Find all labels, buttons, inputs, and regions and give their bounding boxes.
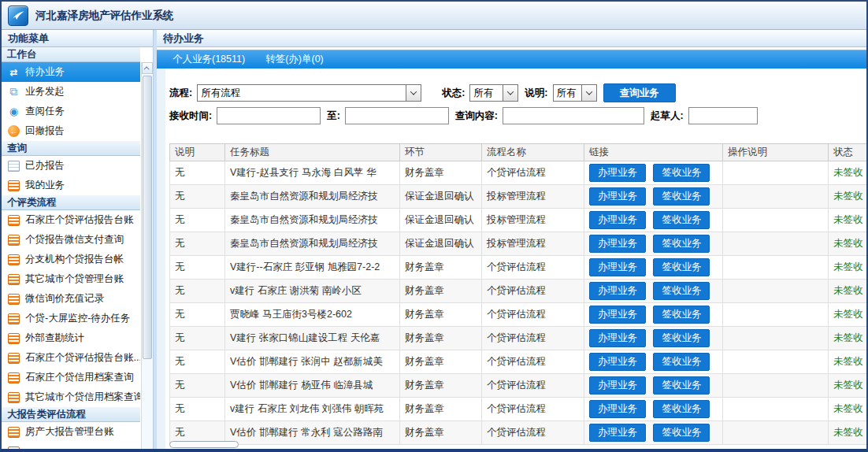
receive-time-input[interactable] [217,107,321,124]
ledger-icon [8,313,20,324]
ledger-icon [8,274,20,285]
sidebar-item[interactable]: 业务发起 [2,82,140,102]
sign-business-button[interactable]: 签收业务 [653,282,710,300]
table-row: 无 V建行--石家庄 彭亚钢 旭雅园7-2-2 财务盖章 个贷评估流程 办理业务… [170,256,867,280]
process-select[interactable]: 所有流程 [197,84,421,102]
chevron-down-icon[interactable] [503,85,517,101]
cell-task-title: V建行 张家口锦山建设工程 天伦嘉 [225,327,400,350]
sidebar-section-label: 工作台 [7,48,37,61]
sidebar-scrollbar[interactable] [141,62,153,449]
sidebar-item-label: 业务发起 [25,85,65,98]
process-label: 流程: [169,87,192,100]
scroll-up-button[interactable] [142,62,153,74]
cell-process-name: 个贷评估流程 [482,161,584,185]
undo-circle-icon [8,125,20,137]
table-row: 无 V估价 邯郸建行 常永利 寇公路路南 财务盖章 个贷评估流程 办理业务 签收… [170,421,867,445]
cell-links: 办理业务 签收业务 [584,185,723,209]
handle-business-button[interactable]: 办理业务 [589,164,646,182]
sidebar-item[interactable]: 待办业务 [2,62,140,82]
receive-time-to-input[interactable] [345,107,449,124]
query-business-button[interactable]: 查询业务 [603,83,676,102]
handle-business-button[interactable]: 办理业务 [589,424,646,442]
note-select[interactable]: 所有 [553,84,597,102]
sidebar-item[interactable]: 微信询价充值记录 [2,289,140,309]
col-step: 环节 [400,144,482,161]
cell-links: 办理业务 签收业务 [584,374,723,398]
sign-business-button[interactable]: 签收业务 [653,424,710,442]
cell-note: 无 [170,350,225,374]
cell-step: 财务盖章 [400,350,482,374]
handle-business-button[interactable]: 办理业务 [589,235,646,253]
sign-business-button[interactable]: 签收业务 [653,164,710,182]
sign-business-button[interactable]: 签收业务 [653,376,710,395]
report-page-icon [8,161,20,172]
sidebar-section-header: 个评类流程 [2,195,140,210]
sign-business-button[interactable]: 签收业务 [653,329,710,347]
sidebar-scrollbar-thumb[interactable] [143,76,152,359]
sidebar-item[interactable]: 个贷报告微信支付查询 [2,230,140,250]
handle-business-button[interactable]: 办理业务 [589,282,646,300]
handle-business-button[interactable]: 办理业务 [589,329,646,347]
sidebar-item[interactable]: 其它城市个贷管理台账 [2,269,140,289]
handle-business-button[interactable]: 办理业务 [589,400,646,418]
chevron-down-icon[interactable] [406,85,421,101]
sign-business-button[interactable]: 签收业务 [653,353,710,371]
sign-business-button[interactable]: 签收业务 [653,400,710,418]
sidebar-item-label: 分支机构个贷报告台帐 [25,253,124,266]
horizontal-scrollbar-thumb[interactable] [169,441,239,448]
cell-status: 未签收 [829,256,867,280]
sidebar-item-label: 房产大报告管理台账 [25,425,114,439]
col-op-note: 操作说明 [723,144,829,161]
handle-business-button[interactable]: 办理业务 [589,211,646,229]
sidebar-item[interactable]: 分支机构个贷报告台帐 [2,250,140,269]
sidebar-item[interactable]: 外部查勘统计 [2,328,140,348]
chevron-down-icon[interactable] [581,85,596,101]
sign-business-button[interactable]: 签收业务 [653,258,710,276]
cell-status: 未签收 [829,209,867,232]
drafter-input[interactable] [688,107,758,124]
query-content-input[interactable] [503,107,644,124]
cell-op-note [723,303,829,327]
cell-links: 办理业务 签收业务 [584,327,723,350]
sign-business-button[interactable]: 签收业务 [653,235,710,253]
sidebar-item[interactable]: 我的业务 [2,176,140,195]
sidebar-item-label: 石家庄个贷评估报告台账 [25,213,134,227]
col-process-name: 流程名称 [482,144,584,161]
handle-business-button[interactable]: 办理业务 [589,353,646,371]
sidebar-item[interactable] [2,442,140,449]
status-label: 状态: [442,87,465,100]
note-select-value: 所有 [554,87,581,100]
cell-process-name: 投标管理流程 [482,185,584,209]
col-note: 说明 [170,144,225,161]
sidebar-section-header: 工作台 [2,47,140,62]
handle-business-button[interactable]: 办理业务 [589,258,646,276]
sidebar-item[interactable]: 查阅任务 [2,102,140,121]
ledger-icon [8,294,20,305]
sign-business-button[interactable]: 签收业务 [653,211,710,229]
handle-business-button[interactable]: 办理业务 [589,187,646,206]
col-links: 链接 [584,144,723,161]
cell-links: 办理业务 签收业务 [584,421,723,445]
sidebar-item[interactable]: 石家庄个贷信用档案查询 [2,368,140,387]
cell-op-note [723,398,829,421]
status-select[interactable]: 所有 [469,84,518,102]
sidebar-item-label: 其它城市个贷管理台账 [25,272,124,286]
table-row: 无 秦皇岛市自然资源和规划局经济技 保证金退回确认 投标管理流程 办理业务 签收… [170,232,867,256]
sidebar-item-label: 个贷-大屏监控-待办任务 [25,312,130,325]
handle-business-button[interactable]: 办理业务 [589,306,646,324]
cell-links: 办理业务 签收业务 [584,303,723,327]
ledger-icon [8,427,20,438]
sidebar-item[interactable]: 房产大报告管理台账 [2,422,140,442]
sidebar-item[interactable]: 其它城市个贷信用档案查询 [2,387,140,407]
sidebar-item[interactable]: 个贷-大屏监控-待办任务 [2,309,140,328]
sidebar-item-label: 其它城市个贷信用档案查询 [25,391,140,404]
tab-personal-business[interactable]: 个人业务(18511) [172,53,245,66]
sidebar-item[interactable]: 回撤报告 [2,121,140,141]
sign-business-button[interactable]: 签收业务 [653,187,710,206]
handle-business-button[interactable]: 办理业务 [589,376,646,395]
sidebar-item[interactable]: 石家庄个贷评估报告台账 [2,210,140,230]
sidebar-item[interactable]: 已办报告 [2,156,140,176]
sidebar-item[interactable]: 石家庄个贷评估报告台账... [2,348,140,368]
tab-transfer-orders[interactable]: 转签(办)单(0) [265,53,324,66]
sign-business-button[interactable]: 签收业务 [653,306,710,324]
